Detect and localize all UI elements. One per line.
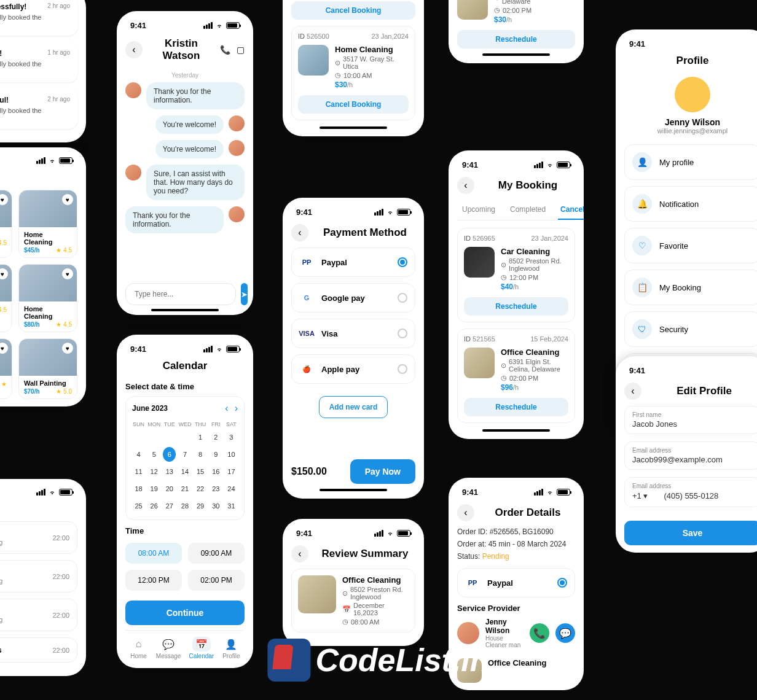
calendar-day[interactable]: 26 (147, 499, 160, 513)
video-icon[interactable]: ▢ (237, 45, 245, 55)
calendar-day[interactable]: 22 (194, 481, 207, 496)
calendar-day[interactable]: 4 (132, 447, 145, 462)
profile-menu-item[interactable]: 📋My Booking (624, 270, 757, 305)
calendar-day[interactable]: 11 (132, 464, 145, 479)
location-icon: ⊙ (335, 59, 340, 67)
calendar-day[interactable] (132, 430, 145, 445)
calendar-day[interactable]: 29 (194, 499, 207, 513)
calendar-day[interactable]: 30 (210, 499, 222, 513)
profile-menu-item[interactable]: 🛡Security (624, 311, 757, 347)
page-title: Review Summary (315, 548, 415, 560)
calendar-day[interactable]: 5 (147, 447, 160, 462)
calendar-day[interactable]: 14 (178, 464, 191, 479)
calendar-day[interactable]: 6 (163, 447, 176, 462)
chat-input[interactable] (125, 283, 236, 305)
profile-menu-item[interactable]: ♡Favorite (624, 228, 757, 263)
message-item[interactable]: n Edwards 22:00 (0, 637, 77, 663)
favorite-card[interactable]: ♥ Wall Painting $70/h★ 5.0 (18, 338, 77, 399)
continue-button[interactable]: Continue (125, 601, 245, 625)
calendar-day[interactable]: 25 (132, 499, 145, 513)
back-button[interactable]: ‹ (291, 224, 308, 241)
add-card-button[interactable]: Add new card (319, 396, 388, 418)
calendar-day[interactable]: 17 (225, 464, 238, 479)
favorite-card[interactable]: ♥ ★ (0, 338, 12, 399)
calendar-day[interactable]: 10 (225, 447, 238, 462)
payment-method-row[interactable]: PPPaypal (457, 568, 575, 597)
avatar (229, 115, 245, 131)
pay-now-button[interactable]: Pay Now (350, 459, 415, 484)
tab[interactable]: Cancelled (558, 200, 584, 220)
time-slot[interactable]: 09:00 AM (188, 543, 245, 564)
back-button[interactable]: ‹ (125, 41, 143, 58)
time-slot[interactable]: 08:00 AM (125, 543, 182, 564)
back-button[interactable]: ‹ (457, 177, 474, 194)
calendar-day[interactable]: 7 (178, 447, 191, 462)
calendar-day[interactable]: 12 (147, 464, 160, 479)
calendar-day[interactable]: 15 (194, 464, 207, 479)
calendar-day[interactable]: 8 (194, 447, 207, 462)
calendar-day[interactable]: 21 (178, 481, 191, 496)
tab[interactable]: Completed (508, 200, 548, 220)
cancel-booking-button[interactable]: Cancel Booking (291, 1, 415, 20)
calendar-day[interactable]: 28 (178, 499, 191, 513)
calendar-day[interactable]: 1 (194, 430, 207, 445)
payment-option[interactable]: VISAVisa (291, 319, 415, 348)
call-button[interactable]: 📞 (530, 623, 549, 643)
call-icon[interactable]: 📞 (220, 45, 230, 55)
nav-item[interactable]: 💬Message (156, 637, 181, 659)
message-item[interactable]: y Wilsongood morning 22:00 (0, 560, 77, 593)
input-field[interactable]: Email address Jacob999@example.com (624, 441, 757, 470)
calendar-day[interactable]: 24 (225, 481, 238, 496)
reschedule-button[interactable]: Reschedule (457, 30, 575, 49)
back-button[interactable]: ‹ (624, 383, 641, 400)
nav-item[interactable]: 📅Calendar (189, 637, 214, 659)
profile-menu-item[interactable]: 🔔Notification (624, 186, 757, 222)
notification-item[interactable]: Setup Sucessfully!2 hr ago ve successful… (0, 0, 77, 36)
message-item[interactable]: rt Foxgood morning 22:00 (0, 521, 77, 554)
profile-menu-item[interactable]: 👤My profile (624, 144, 757, 180)
calendar-day[interactable]: 31 (225, 499, 238, 513)
payment-option[interactable]: GGoogle pay (291, 283, 415, 313)
message-button[interactable]: 💬 (555, 623, 575, 643)
clock-icon: ◷ (494, 6, 500, 14)
tab[interactable]: Upcoming (460, 200, 498, 220)
notification-item[interactable]: Successful!1 hr ago ve successfully book… (0, 42, 77, 82)
favorite-card[interactable]: ♥ Home Cleaning $45/h★ 4.5 (18, 190, 77, 258)
reschedule-button[interactable]: Reschedule (464, 297, 568, 316)
favorite-card[interactable]: ♥ Home Cleaning $80/h★ 4.5 (18, 264, 77, 332)
calendar-day[interactable]: 16 (210, 464, 222, 479)
favorite-card[interactable]: ♥ s ★ 4.5 (0, 190, 12, 258)
calendar-day[interactable] (178, 430, 191, 445)
input-field[interactable]: Email address +1 ▾ (405) 555-0128 (624, 477, 757, 507)
nav-item[interactable]: 👤Profile (222, 637, 240, 659)
time-slot[interactable]: 02:00 PM (188, 570, 245, 591)
calendar-day[interactable] (163, 430, 176, 445)
input-field[interactable]: First name Jacob Jones (624, 406, 757, 434)
calendar-day[interactable]: 9 (210, 447, 222, 462)
nav-item[interactable]: ⌂Home (130, 637, 148, 659)
back-button[interactable]: ‹ (291, 545, 308, 562)
calendar-day[interactable]: 19 (147, 481, 160, 496)
save-button[interactable]: Save (624, 521, 757, 545)
prev-month[interactable]: ‹ (225, 403, 228, 413)
payment-option[interactable]: PPPaypal (291, 247, 415, 277)
cancel-booking-button[interactable]: Cancel Booking (298, 95, 409, 114)
calendar-day[interactable]: 2 (210, 430, 222, 445)
time-slot[interactable]: 12:00 PM (125, 570, 182, 591)
calendar-day[interactable]: 23 (210, 481, 222, 496)
calendar-day[interactable]: 20 (163, 481, 176, 496)
calendar-day[interactable]: 3 (225, 430, 238, 445)
notification-item[interactable]: g Successful!2 hr ago ve successfully bo… (0, 88, 77, 129)
payment-option[interactable]: 🍎Apple pay (291, 354, 415, 384)
calendar-day[interactable] (147, 430, 160, 445)
calendar-day[interactable]: 27 (163, 499, 176, 513)
favorite-card[interactable]: ♥ ★ 4.5 (0, 264, 12, 332)
calendar-day[interactable]: 13 (163, 464, 176, 479)
reschedule-button[interactable]: Reschedule (464, 398, 568, 416)
calendar-day[interactable]: 18 (132, 481, 145, 496)
next-month[interactable]: › (235, 403, 238, 413)
message-item[interactable]: rt Floresgood morning 22:00 (0, 599, 77, 631)
back-button[interactable]: ‹ (457, 504, 474, 521)
page-title: Calendar (125, 360, 245, 372)
send-button[interactable]: ➤ (241, 283, 248, 305)
